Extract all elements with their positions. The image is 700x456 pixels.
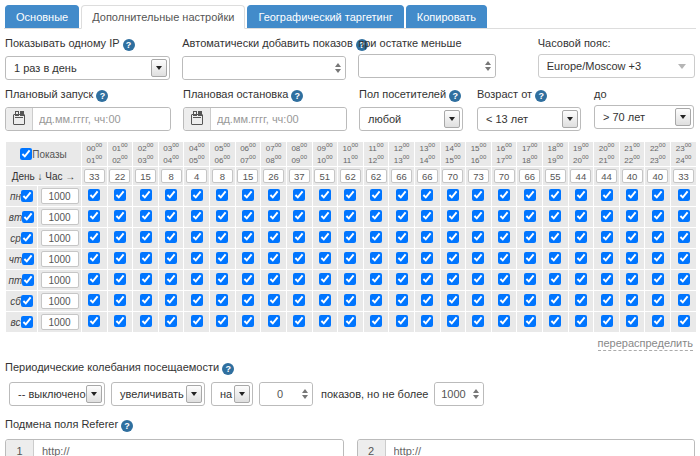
hour-checkbox[interactable] [472,231,484,243]
hour-checkbox[interactable] [344,231,356,243]
hour-checkbox[interactable] [549,294,561,306]
day-impressions-input[interactable] [41,188,79,204]
hour-value-input[interactable] [161,169,182,183]
hour-value-input[interactable] [212,169,233,183]
hour-checkbox[interactable] [293,189,305,201]
hour-checkbox[interactable] [191,273,203,285]
hour-checkbox[interactable] [601,252,613,264]
hour-checkbox[interactable] [242,231,254,243]
hour-checkbox[interactable] [216,273,228,285]
hour-checkbox[interactable] [114,231,126,243]
day-impressions-input[interactable] [41,314,79,330]
hour-checkbox[interactable] [575,294,587,306]
hour-checkbox[interactable] [165,294,177,306]
hour-checkbox[interactable] [447,315,459,327]
hour-checkbox[interactable] [652,252,664,264]
stepper-arrows[interactable] [335,63,341,73]
hour-checkbox[interactable] [191,210,203,222]
hour-checkbox[interactable] [344,315,356,327]
hour-checkbox[interactable] [447,210,459,222]
step-up-icon[interactable] [335,63,341,67]
hour-checkbox[interactable] [652,210,664,222]
hour-value-input[interactable] [391,169,412,183]
hour-checkbox[interactable] [293,273,305,285]
hour-checkbox[interactable] [114,210,126,222]
hour-checkbox[interactable] [549,231,561,243]
hour-checkbox[interactable] [626,294,638,306]
hour-checkbox[interactable] [678,231,690,243]
hour-checkbox[interactable] [626,210,638,222]
hour-value-input[interactable] [596,169,617,183]
hour-value-input[interactable] [289,169,310,183]
hour-checkbox[interactable] [601,294,613,306]
hour-checkbox[interactable] [216,210,228,222]
hour-checkbox[interactable] [678,252,690,264]
hour-checkbox[interactable] [319,294,331,306]
hour-checkbox[interactable] [191,315,203,327]
hour-checkbox[interactable] [370,315,382,327]
hour-checkbox[interactable] [191,189,203,201]
hour-value-input[interactable] [237,169,258,183]
hour-checkbox[interactable] [319,273,331,285]
hour-checkbox[interactable] [370,294,382,306]
hour-checkbox[interactable] [396,210,408,222]
periodic-mode-select[interactable]: -- выключено -- [9,382,105,406]
hour-checkbox[interactable] [191,252,203,264]
hour-checkbox[interactable] [575,231,587,243]
step-down-icon[interactable] [335,69,341,73]
hour-checkbox[interactable] [293,210,305,222]
calendar-button[interactable] [184,108,211,130]
hour-checkbox[interactable] [268,231,280,243]
hour-value-input[interactable] [417,169,438,183]
hour-checkbox[interactable] [626,315,638,327]
hour-checkbox[interactable] [242,294,254,306]
tab-copy[interactable]: Копировать [406,5,487,28]
hour-checkbox[interactable] [268,315,280,327]
hour-checkbox[interactable] [447,294,459,306]
hour-checkbox[interactable] [114,189,126,201]
day-impressions-input[interactable] [41,251,79,267]
hour-checkbox[interactable] [140,252,152,264]
hour-checkbox[interactable] [396,315,408,327]
hour-checkbox[interactable] [652,231,664,243]
hour-checkbox[interactable] [370,189,382,201]
day-checkbox[interactable] [21,295,33,307]
age-to-select[interactable]: > 70 лет [594,105,694,129]
hour-checkbox[interactable] [549,210,561,222]
hour-checkbox[interactable] [140,273,152,285]
hour-checkbox[interactable] [678,294,690,306]
hour-checkbox[interactable] [165,315,177,327]
hour-checkbox[interactable] [319,210,331,222]
periodic-by-select[interactable]: на [211,382,253,406]
day-checkbox[interactable] [21,190,33,202]
help-icon[interactable]: ? [123,39,135,51]
stepper-arrows[interactable] [302,389,308,399]
help-icon[interactable]: ? [96,90,108,102]
hour-checkbox[interactable] [396,294,408,306]
hour-checkbox[interactable] [88,252,100,264]
hour-checkbox[interactable] [447,273,459,285]
hour-checkbox[interactable] [216,294,228,306]
help-icon[interactable]: ? [449,90,461,102]
hour-checkbox[interactable] [447,189,459,201]
hour-checkbox[interactable] [678,273,690,285]
hour-value-input[interactable] [263,169,284,183]
hour-checkbox[interactable] [626,189,638,201]
hour-checkbox[interactable] [293,252,305,264]
toggle-all-checkbox[interactable] [20,148,32,160]
hour-checkbox[interactable] [549,252,561,264]
planned-start-input[interactable] [33,108,170,130]
hour-checkbox[interactable] [114,273,126,285]
hour-checkbox[interactable] [678,210,690,222]
hour-checkbox[interactable] [498,315,510,327]
hour-checkbox[interactable] [344,294,356,306]
day-checkbox[interactable] [21,232,33,244]
hour-checkbox[interactable] [678,315,690,327]
hour-value-input[interactable] [570,169,591,183]
redistribute-link[interactable]: перераспределить [598,337,694,351]
hour-checkbox[interactable] [472,294,484,306]
hour-checkbox[interactable] [575,189,587,201]
hour-checkbox[interactable] [216,315,228,327]
step-up-icon[interactable] [302,389,308,393]
hour-checkbox[interactable] [396,189,408,201]
